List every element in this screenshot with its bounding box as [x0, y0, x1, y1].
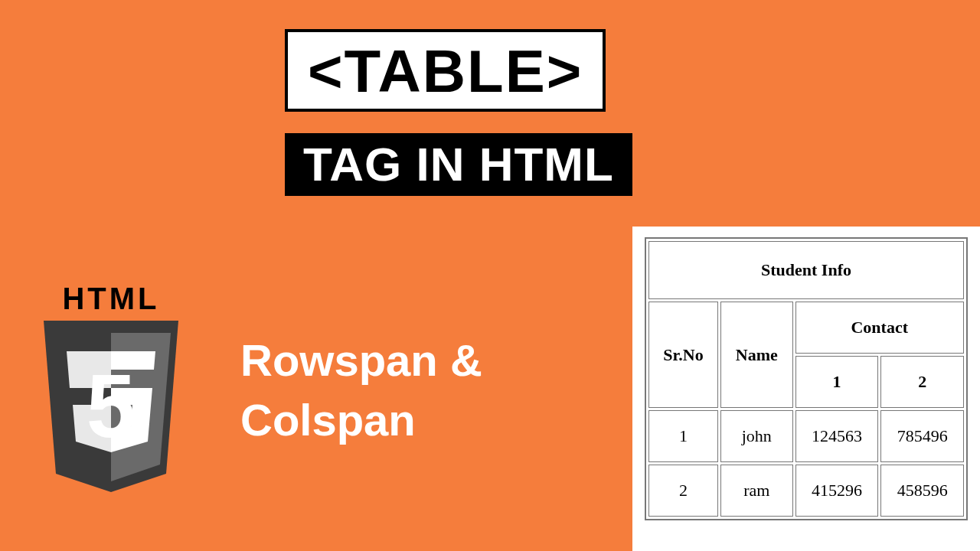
- cell-name: ram: [720, 465, 792, 517]
- th-contact-2: 2: [880, 356, 964, 408]
- cell-contact1: 415296: [795, 465, 879, 517]
- cell-contact2: 785496: [880, 410, 964, 462]
- table-caption: Student Info: [648, 241, 964, 299]
- cell-name: john: [720, 410, 792, 462]
- subtext-line1: Rowspan &: [240, 331, 482, 390]
- th-srno: Sr.No: [648, 302, 718, 408]
- th-contact-1: 1: [795, 356, 879, 408]
- html5-shield-icon: 5: [34, 321, 188, 497]
- table-header-row: Sr.No Name Contact: [648, 302, 964, 354]
- table-row: 2 ram 415296 458596: [648, 465, 964, 517]
- subtitle-text: TAG IN HTML: [303, 138, 614, 191]
- table-row: 1 john 124563 785496: [648, 410, 964, 462]
- subtext: Rowspan & Colspan: [240, 331, 482, 451]
- subtext-line2: Colspan: [240, 390, 482, 450]
- example-table-panel: Student Info Sr.No Name Contact 1 2 1 jo…: [632, 227, 980, 551]
- cell-contact1: 124563: [795, 410, 879, 462]
- html5-logo-label: HTML: [23, 282, 199, 316]
- title-text: <TABLE>: [308, 37, 583, 105]
- table-caption-row: Student Info: [648, 241, 964, 299]
- student-info-table: Student Info Sr.No Name Contact 1 2 1 jo…: [645, 237, 968, 520]
- subtitle-box: TAG IN HTML: [285, 133, 632, 196]
- cell-srno: 2: [648, 465, 718, 517]
- svg-text:5: 5: [87, 357, 136, 456]
- title-box: <TABLE>: [285, 29, 606, 112]
- html5-logo: HTML 5: [23, 282, 199, 497]
- th-contact: Contact: [795, 302, 964, 354]
- th-name: Name: [720, 302, 792, 408]
- cell-srno: 1: [648, 410, 718, 462]
- cell-contact2: 458596: [880, 465, 964, 517]
